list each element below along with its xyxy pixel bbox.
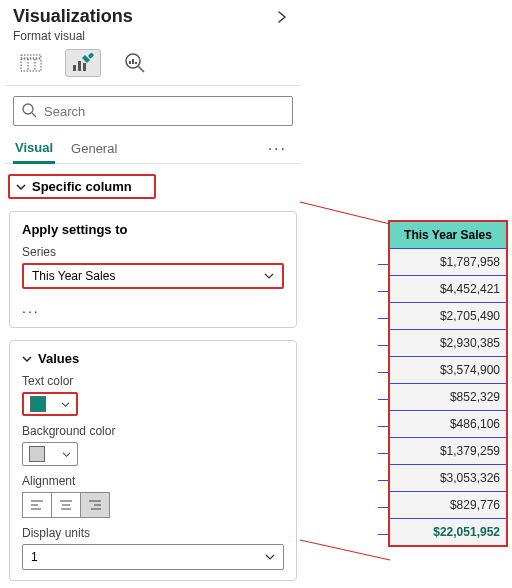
svg-line-24 — [300, 202, 390, 224]
callout-lines — [0, 0, 512, 588]
svg-line-25 — [300, 540, 390, 560]
